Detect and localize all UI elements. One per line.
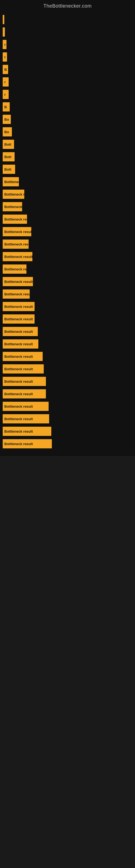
bar-row: Bottleneck result xyxy=(3,326,135,337)
bar-row: Bottleneck resu xyxy=(3,214,135,225)
bar-label-10: Bo xyxy=(4,130,9,134)
bar-24: Bottleneck result xyxy=(3,302,35,311)
bar-label-13: Bott xyxy=(4,167,11,172)
bar-label-9: Bo xyxy=(4,118,9,122)
bar-22: Bottleneck result xyxy=(3,277,33,286)
bar-label-4: r xyxy=(4,55,6,59)
bar-row: Bottleneck result xyxy=(3,388,135,400)
bar-row: Bottleneck result xyxy=(3,276,135,287)
bar-1 xyxy=(3,15,4,24)
bar-label-17: Bottleneck resu xyxy=(4,217,27,221)
bar-label-29: Bottleneck result xyxy=(4,367,33,371)
bar-label-11: Bott xyxy=(4,143,11,147)
bar-label-27: Bottleneck result xyxy=(4,342,33,346)
bar-row: Bottleneck xyxy=(3,201,135,212)
bar-row: Bottleneck result xyxy=(3,351,135,362)
bar-row: B xyxy=(3,64,135,75)
bar-32: Bottleneck result xyxy=(3,402,49,411)
bar-7: r xyxy=(3,90,9,99)
bar-label-34: Bottleneck result xyxy=(4,429,33,433)
bar-10: Bo xyxy=(3,127,12,136)
bar-row: Bottlenec xyxy=(3,176,135,187)
bar-row: Bott xyxy=(3,163,135,175)
bar-row: Bottleneck result xyxy=(3,376,135,387)
bar-label-32: Bottleneck result xyxy=(4,404,33,408)
bar-row: r xyxy=(3,89,135,100)
bar-3: r xyxy=(3,40,6,49)
bar-18: Bottleneck result xyxy=(3,227,31,236)
bar-28: Bottleneck result xyxy=(3,352,43,361)
bar-label-30: Bottleneck result xyxy=(4,379,33,383)
bar-row: Bottleneck result xyxy=(3,401,135,412)
bar-row: Bottleneck result xyxy=(3,301,135,312)
bar-label-16: Bottleneck xyxy=(4,205,22,209)
bar-25: Bottleneck result xyxy=(3,314,35,323)
bar-row xyxy=(3,14,135,25)
bar-row: Bottleneck result xyxy=(3,426,135,437)
page-container: TheBottlenecker.com rrBrrBBoBoBottBottBo… xyxy=(0,0,135,456)
bar-label-23: Bottleneck resu xyxy=(4,292,30,296)
bar-row xyxy=(3,26,135,38)
bar-33: Bottleneck result xyxy=(3,414,49,424)
bar-5: B xyxy=(3,65,8,74)
bar-20: Bottleneck result xyxy=(3,252,32,261)
bar-row: B xyxy=(3,101,135,113)
bar-label-22: Bottleneck result xyxy=(4,280,33,284)
bar-16: Bottleneck xyxy=(3,202,22,211)
bar-row: Bott xyxy=(3,138,135,150)
bar-row: Bottleneck result xyxy=(3,363,135,375)
bar-row: r xyxy=(3,51,135,63)
bar-row: Bott xyxy=(3,151,135,162)
bar-11: Bott xyxy=(3,140,14,149)
bar-row: Bottleneck resu xyxy=(3,239,135,250)
bar-label-5: B xyxy=(4,67,7,72)
bar-label-8: B xyxy=(4,105,7,109)
bar-9: Bo xyxy=(3,115,11,124)
bar-label-6: r xyxy=(4,80,6,84)
bar-row: Bottleneck result xyxy=(3,226,135,237)
bar-8: B xyxy=(3,102,10,112)
bar-30: Bottleneck result xyxy=(3,377,46,386)
bar-26: Bottleneck result xyxy=(3,327,38,336)
bar-31: Bottleneck result xyxy=(3,389,46,399)
bar-row: Bo xyxy=(3,126,135,137)
bar-29: Bottleneck result xyxy=(3,364,44,373)
bar-label-15: Bottleneck re xyxy=(4,192,24,196)
bar-row: r xyxy=(3,39,135,50)
bar-row: Bo xyxy=(3,114,135,125)
bar-34: Bottleneck result xyxy=(3,427,51,436)
bar-label-20: Bottleneck result xyxy=(4,255,32,259)
bar-12: Bott xyxy=(3,152,14,161)
bar-17: Bottleneck resu xyxy=(3,215,27,224)
bar-row: Bottleneck result xyxy=(3,413,135,425)
bar-4: r xyxy=(3,52,7,62)
bar-label-31: Bottleneck result xyxy=(4,392,33,396)
bar-label-12: Bott xyxy=(4,155,11,159)
bar-27: Bottleneck result xyxy=(3,339,38,348)
bar-13: Bott xyxy=(3,165,15,174)
chart-area: rrBrrBBoBoBottBottBottBottlenecBottlenec… xyxy=(0,11,135,456)
bar-35: Bottleneck result xyxy=(3,439,52,448)
bar-2 xyxy=(3,27,5,37)
bar-label-33: Bottleneck result xyxy=(4,417,33,421)
bar-label-25: Bottleneck result xyxy=(4,317,33,321)
bar-label-19: Bottleneck resu xyxy=(4,242,29,246)
bar-label-3: r xyxy=(4,42,6,46)
bar-19: Bottleneck resu xyxy=(3,240,29,249)
bar-row: Bottleneck result xyxy=(3,313,135,325)
bar-label-26: Bottleneck result xyxy=(4,330,33,334)
bar-23: Bottleneck resu xyxy=(3,289,30,299)
bar-row: Bottleneck result xyxy=(3,251,135,262)
bar-row: Bottleneck result xyxy=(3,338,135,350)
bar-label-14: Bottlenec xyxy=(4,180,19,184)
bar-label-7: r xyxy=(4,93,6,97)
bar-6: r xyxy=(3,77,9,87)
bar-row: r xyxy=(3,76,135,88)
site-title: TheBottlenecker.com xyxy=(0,0,135,11)
bar-label-21: Bottleneck re xyxy=(4,267,27,271)
bar-row: Bottleneck resu xyxy=(3,288,135,300)
bar-21: Bottleneck re xyxy=(3,265,27,274)
bar-label-24: Bottleneck result xyxy=(4,305,33,309)
bar-label-18: Bottleneck result xyxy=(4,230,31,234)
bar-label-28: Bottleneck result xyxy=(4,354,33,359)
